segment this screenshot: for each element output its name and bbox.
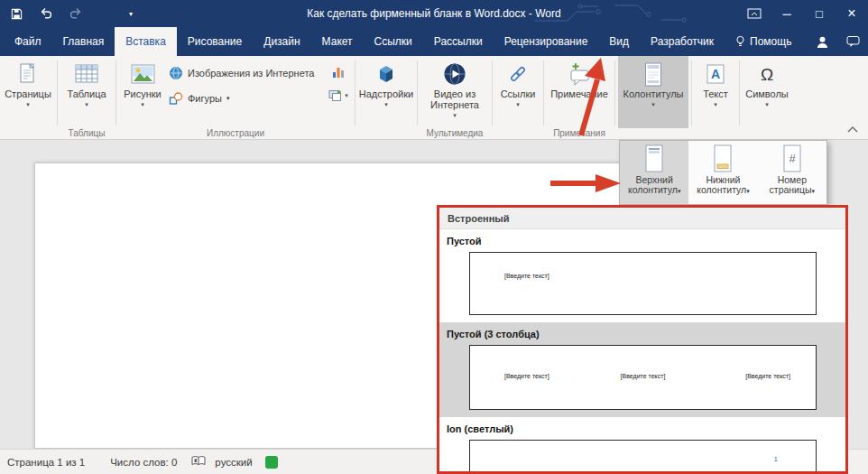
pages-icon	[18, 60, 38, 88]
group-separator	[417, 60, 418, 125]
shapes-button[interactable]: Фигуры ▾	[166, 88, 325, 108]
tab-view[interactable]: Вид	[598, 27, 640, 56]
tab-mailings[interactable]: Рассылки	[423, 27, 494, 56]
gallery-item-blank-3col[interactable]: Пустой (3 столбца) [Введите текст] [Введ…	[439, 322, 845, 417]
screenshot-button[interactable]: ▾	[328, 89, 348, 102]
tab-file[interactable]: Файл	[0, 27, 52, 56]
feedback-button[interactable]	[837, 27, 868, 56]
undo-button[interactable]	[39, 4, 53, 23]
group-pages: Страницы ▾	[2, 56, 54, 139]
word-count[interactable]: Число слов: 0	[110, 457, 177, 468]
proofing-book-icon	[191, 455, 206, 467]
group-separator	[691, 60, 692, 125]
tab-review[interactable]: Рецензирование	[494, 27, 599, 56]
table-button[interactable]: Таблица ▾	[60, 56, 113, 128]
tab-home[interactable]: Главная	[52, 27, 115, 56]
tab-insert[interactable]: Вставка	[115, 27, 177, 56]
menu-item-header[interactable]: Верхний колонтитул▾	[620, 141, 688, 204]
tab-developer[interactable]: Разработчик	[640, 27, 725, 56]
gallery-item-name: Пустой (3 столбца)	[439, 326, 845, 345]
placeholder-text: [Введите текст]	[621, 373, 666, 379]
group-tables: Таблица ▾ Таблицы	[60, 56, 113, 139]
ribbon-display-options-button[interactable]	[738, 0, 771, 27]
redo-button[interactable]	[69, 4, 83, 23]
group-separator	[115, 60, 116, 125]
person-icon	[816, 35, 829, 49]
lightbulb-icon	[735, 35, 745, 48]
page-number-icon: #	[780, 144, 804, 173]
shapes-icon	[169, 91, 183, 106]
gallery-item-preview: [Введите текст]	[469, 252, 817, 315]
gallery-item-ion-light[interactable]: Ion (светлый) 1	[439, 417, 845, 474]
menu-item-footer[interactable]: Нижний колонтитул▾	[688, 141, 757, 204]
chart-button[interactable]	[331, 65, 346, 79]
gallery-item-name: Ion (светлый)	[439, 421, 845, 440]
chevron-down-icon: ▾	[129, 10, 133, 18]
header-page-icon	[642, 144, 666, 173]
tab-help[interactable]: Помощь	[725, 27, 802, 56]
collapse-ribbon-button[interactable]	[846, 121, 859, 137]
online-pictures-button[interactable]: Изображения из Интернета	[166, 63, 325, 83]
group-label-comments: Примечания	[547, 128, 612, 138]
svg-text:Ω: Ω	[761, 65, 773, 84]
link-icon	[507, 60, 529, 88]
comment-icon	[568, 60, 591, 88]
tab-help-label: Помощь	[750, 35, 791, 48]
tab-design[interactable]: Дизайн	[253, 27, 310, 56]
links-button[interactable]: Ссылки ▾	[495, 56, 540, 128]
pictures-icon	[131, 60, 155, 88]
svg-text:A: A	[711, 67, 720, 81]
titlebar-circuit-decoration	[528, 0, 717, 27]
placeholder-text: [Введите текст]	[745, 373, 790, 379]
group-separator	[492, 60, 493, 125]
menu-item-page-number[interactable]: # Номер страницы▾	[758, 141, 826, 204]
chevron-down-icon: ▾	[141, 101, 144, 108]
symbols-button[interactable]: Ω Символы ▾	[743, 56, 791, 128]
shapes-label: Фигуры	[188, 93, 222, 104]
ribbon-display-options-icon	[747, 8, 762, 19]
tab-draw[interactable]: Рисование	[177, 27, 253, 56]
online-pictures-label: Изображения из Интернета	[188, 68, 314, 79]
gallery-item-name: Пустой	[439, 233, 845, 252]
proofing-button[interactable]	[191, 455, 206, 469]
pages-button[interactable]: Страницы ▾	[2, 56, 54, 128]
addins-label: Надстройки	[359, 88, 413, 99]
chevron-down-icon: ▾	[746, 188, 750, 194]
group-comments: Примечание Примечания	[547, 56, 612, 139]
group-separator	[543, 60, 544, 125]
comment-button[interactable]: Примечание	[547, 56, 612, 128]
account-button[interactable]	[807, 27, 837, 56]
online-video-icon	[443, 60, 466, 88]
group-symbols: Ω Символы ▾	[743, 56, 791, 139]
chevron-down-icon: ▾	[516, 101, 520, 108]
group-media: Видео из Интернета ▾ Мультимедиа	[420, 56, 489, 139]
header-footer-icon	[643, 60, 663, 88]
maximize-button[interactable]: □	[803, 0, 836, 27]
chevron-down-icon: ▾	[85, 101, 88, 108]
header-footer-button[interactable]: Колонтитулы ▾	[618, 56, 688, 128]
qat-customize-button[interactable]: ▾	[124, 4, 138, 23]
online-video-button[interactable]: Видео из Интернета ▾	[420, 56, 489, 128]
close-button[interactable]: ×	[836, 0, 868, 27]
screenshot-icon	[328, 89, 343, 102]
save-button[interactable]	[9, 4, 23, 23]
minimize-button[interactable]: ─	[771, 0, 803, 27]
text-button[interactable]: A Текст ▾	[695, 56, 736, 128]
gallery-item-blank[interactable]: Пустой [Введите текст]	[439, 229, 845, 322]
chevron-down-icon: ▾	[26, 101, 30, 108]
builtin-header-gallery: Встроенный Пустой [Введите текст] Пустой…	[437, 205, 848, 474]
group-header-footer: Колонтитулы ▾	[618, 56, 688, 139]
pages-label: Страницы	[5, 88, 51, 99]
menu-item-page-number-label: Номер страницы▾	[758, 175, 826, 196]
group-separator	[355, 60, 356, 125]
preview-page-number: 1	[774, 455, 778, 463]
svg-text:#: #	[789, 152, 796, 165]
ribbon-tab-row: Файл Главная Вставка Рисование Дизайн Ма…	[0, 27, 868, 56]
chevron-up-icon	[846, 125, 859, 134]
page-indicator[interactable]: Страница 1 из 1	[7, 457, 85, 468]
language-indicator[interactable]: русский	[215, 457, 252, 468]
pictures-button[interactable]: Рисунки ▾	[119, 56, 166, 128]
tab-layout[interactable]: Макет	[311, 27, 364, 56]
addins-button[interactable]: Надстройки ▾	[358, 56, 414, 128]
tab-references[interactable]: Ссылки	[364, 27, 423, 56]
